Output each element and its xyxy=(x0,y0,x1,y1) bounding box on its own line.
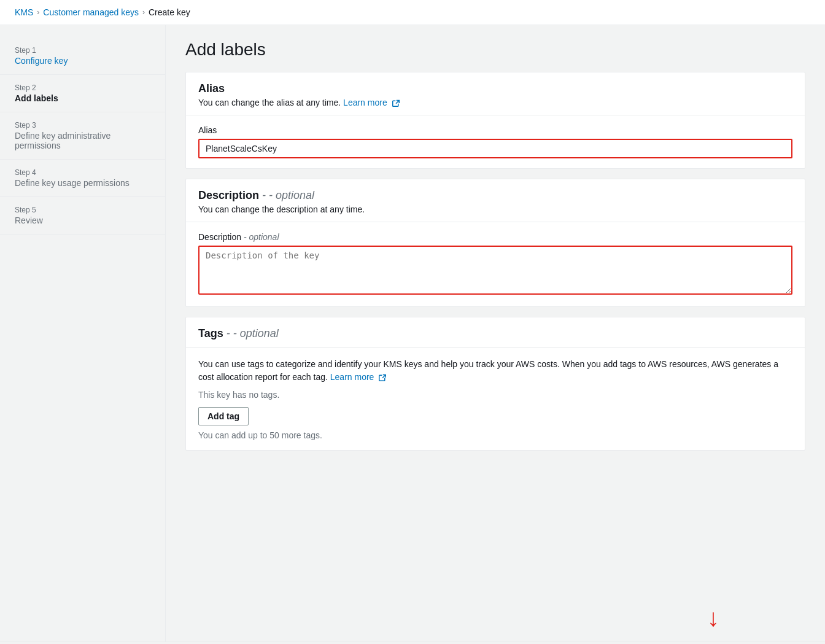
alias-card-header: Alias You can change the alias at any ti… xyxy=(186,72,805,115)
description-textarea[interactable] xyxy=(198,246,792,295)
tags-limit-text: You can add up to 50 more tags. xyxy=(198,430,792,440)
sidebar: Step 1 Configure key Step 2 Add labels S… xyxy=(0,25,166,642)
sidebar-step-4-num: Step 4 xyxy=(15,168,150,177)
description-card-header: Description - - optional You can change … xyxy=(186,179,805,222)
sidebar-step-1-label: Configure key xyxy=(15,56,150,66)
alias-card-description: You can change the alias at any time. Le… xyxy=(198,98,792,107)
sidebar-step-3-label: Define key administrative permissions xyxy=(15,131,150,150)
sidebar-step-5: Step 5 Review xyxy=(0,197,165,235)
content-area: Add labels Alias You can change the alia… xyxy=(166,25,825,642)
description-field-optional: - optional xyxy=(244,232,279,242)
alias-input[interactable] xyxy=(198,139,792,158)
tags-external-link-icon xyxy=(379,374,386,381)
description-card-title: Description - - optional xyxy=(198,189,792,202)
tags-card: Tags - - optional You can use tags to ca… xyxy=(185,317,805,451)
breadcrumb-sep-2: › xyxy=(142,8,145,17)
tags-card-title: Tags - - optional xyxy=(198,327,792,340)
tags-optional-label: - - optional xyxy=(227,327,279,339)
footer: ↓ Cancel Previous Next xyxy=(0,642,825,644)
breadcrumb-sep-1: › xyxy=(37,8,39,17)
sidebar-step-3-num: Step 3 xyxy=(15,121,150,130)
sidebar-step-2-label: Add labels xyxy=(15,93,150,103)
breadcrumb-kms-link[interactable]: KMS xyxy=(15,7,33,17)
alias-card: Alias You can change the alias at any ti… xyxy=(185,72,805,169)
description-card-desc: You can change the description at any ti… xyxy=(198,204,792,214)
external-link-icon xyxy=(392,99,400,107)
breadcrumb-customer-managed-keys-link[interactable]: Customer managed keys xyxy=(43,7,139,17)
no-tags-text: This key has no tags. xyxy=(198,390,792,400)
arrow-indicator: ↓ xyxy=(707,605,719,630)
sidebar-step-4-label: Define key usage permissions xyxy=(15,178,150,188)
add-tag-button[interactable]: Add tag xyxy=(198,407,249,425)
main-layout: Step 1 Configure key Step 2 Add labels S… xyxy=(0,25,825,642)
tags-learn-more-link[interactable]: Learn more xyxy=(330,372,374,382)
sidebar-step-1-num: Step 1 xyxy=(15,46,150,55)
alias-learn-more-link[interactable]: Learn more xyxy=(343,98,387,107)
page-title: Add labels xyxy=(185,40,805,60)
breadcrumb-current: Create key xyxy=(149,7,190,17)
description-card-body: Description - optional xyxy=(186,222,805,306)
tags-card-header: Tags - - optional xyxy=(186,317,805,348)
tags-description: You can use tags to categorize and ident… xyxy=(198,358,792,384)
sidebar-step-2: Step 2 Add labels xyxy=(0,75,165,112)
sidebar-step-4: Step 4 Define key usage permissions xyxy=(0,160,165,197)
description-field-label: Description - optional xyxy=(198,232,792,242)
alias-card-title: Alias xyxy=(198,82,792,95)
sidebar-step-5-num: Step 5 xyxy=(15,206,150,214)
sidebar-step-5-label: Review xyxy=(15,215,150,225)
description-card: Description - - optional You can change … xyxy=(185,179,805,307)
sidebar-step-3: Step 3 Define key administrative permiss… xyxy=(0,112,165,160)
sidebar-step-1[interactable]: Step 1 Configure key xyxy=(0,37,165,75)
tags-card-body: You can use tags to categorize and ident… xyxy=(186,348,805,450)
description-optional-label: - - optional xyxy=(262,189,314,201)
alias-field-label: Alias xyxy=(198,125,792,135)
breadcrumb: KMS › Customer managed keys › Create key xyxy=(0,0,825,25)
alias-card-body: Alias xyxy=(186,115,805,168)
sidebar-step-2-num: Step 2 xyxy=(15,83,150,92)
